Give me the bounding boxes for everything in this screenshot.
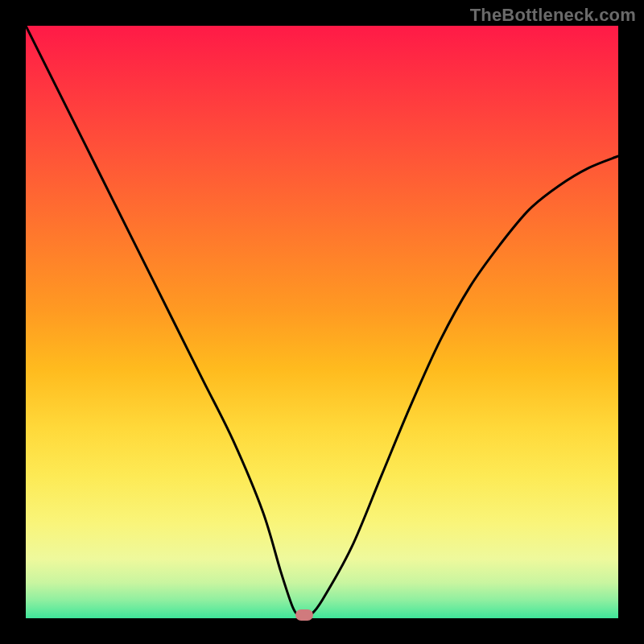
chart-frame: TheBottleneck.com	[0, 0, 644, 644]
curve-svg	[26, 26, 618, 618]
minimum-marker	[295, 609, 313, 621]
bottleneck-curve	[26, 26, 618, 618]
plot-area	[26, 26, 618, 618]
watermark-text: TheBottleneck.com	[470, 5, 636, 26]
